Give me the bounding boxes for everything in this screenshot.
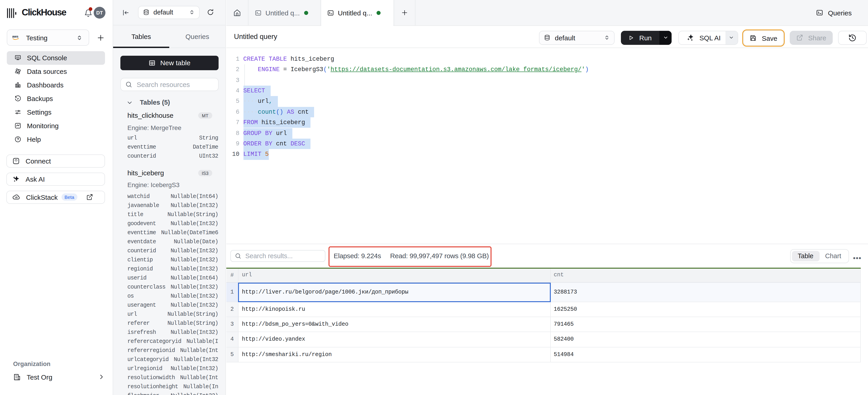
svg-text:aws: aws bbox=[12, 35, 18, 38]
